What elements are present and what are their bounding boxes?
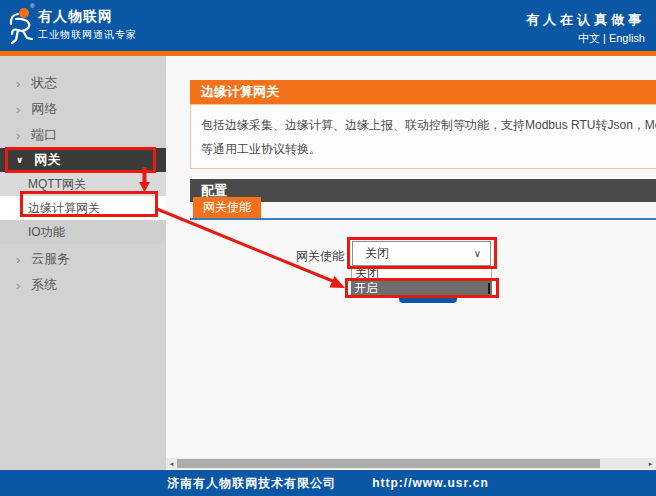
sidebar-subitem-io-function[interactable]: IO功能 xyxy=(0,220,166,244)
sidebar-item-label: 端口 xyxy=(31,126,57,144)
sidebar-subitem-mqtt-gateway[interactable]: MQTT网关 xyxy=(0,172,166,196)
sidebar-item-label: 网络 xyxy=(31,100,57,118)
registered-mark: ® xyxy=(30,3,34,9)
footer: 济南有人物联网技术有限公司 http://www.usr.cn xyxy=(0,470,656,496)
logo-title: 有人物联网 xyxy=(38,8,113,26)
sidebar-item-label: 系统 xyxy=(31,276,57,294)
page-title: 边缘计算网关 xyxy=(190,80,656,104)
sidebar-subitem-label: 边缘计算网关 xyxy=(28,200,100,217)
sidebar-item-label: 云服务 xyxy=(31,250,70,268)
chevron-down-icon: ∨ xyxy=(474,242,481,265)
sidebar-item-system[interactable]: › 系统 xyxy=(0,272,166,298)
chevron-right-icon: › xyxy=(16,253,20,266)
language-switch[interactable]: 中文 | English xyxy=(578,31,645,46)
chevron-right-icon: › xyxy=(16,103,20,116)
chevron-right-icon: › xyxy=(16,129,20,142)
footer-company: 济南有人物联网技术有限公司 xyxy=(167,475,336,492)
tab-gateway-enable[interactable]: 网关使能 xyxy=(193,197,261,218)
scroll-left-icon[interactable]: ◂ xyxy=(166,458,177,469)
usr-logo-icon xyxy=(7,5,37,47)
description-box: 包括边缘采集、边缘计算、边缘上报、联动控制等功能，支持Modbus RTU转Js… xyxy=(190,104,656,169)
tab-underline xyxy=(190,218,656,220)
sidebar-item-label: 网关 xyxy=(34,151,60,169)
sidebar-item-status[interactable]: › 状态 xyxy=(0,70,166,96)
sidebar-item-label: 状态 xyxy=(31,74,57,92)
scrollbar-thumb[interactable] xyxy=(177,459,600,468)
horizontal-scrollbar[interactable]: ◂ ▸ xyxy=(166,458,656,469)
scroll-right-icon[interactable]: ▸ xyxy=(645,458,656,469)
chevron-down-icon: ∨ xyxy=(16,156,23,165)
chevron-right-icon: › xyxy=(16,279,20,292)
header: ® 有人物联网 工业物联网通讯专家 有人在认真做事 中文 | English xyxy=(0,0,656,51)
footer-link[interactable]: http://www.usr.cn xyxy=(372,476,489,490)
sidebar-item-port[interactable]: › 端口 xyxy=(0,122,166,148)
gateway-enable-select[interactable]: 关闭 ∨ xyxy=(352,241,491,266)
option-open-label: 开启 xyxy=(354,281,378,295)
description-line-1: 包括边缘采集、边缘计算、边缘上报、联动控制等功能，支持Modbus RTU转Js… xyxy=(201,113,656,137)
chevron-right-icon: › xyxy=(16,77,20,90)
sidebar-subitem-edge-gateway[interactable]: 边缘计算网关 xyxy=(0,196,166,220)
sidebar-item-cloud-service[interactable]: › 云服务 xyxy=(0,246,166,272)
description-line-2: 等通用工业协议转换。 xyxy=(201,137,656,161)
sidebar-subitem-label: MQTT网关 xyxy=(28,176,86,193)
page: ® 有人物联网 工业物联网通讯专家 有人在认真做事 中文 | English ›… xyxy=(0,0,656,496)
sidebar-item-gateway[interactable]: ∨ 网关 xyxy=(0,148,166,172)
sidebar-item-network[interactable]: › 网络 xyxy=(0,96,166,122)
header-slogan: 有人在认真做事 xyxy=(526,11,645,29)
option-close[interactable]: 关闭 xyxy=(351,266,492,281)
sidebar-subitem-label: IO功能 xyxy=(28,224,65,241)
gateway-enable-label: 网关使能 xyxy=(266,248,344,265)
gateway-enable-dropdown: 关闭 开启 xyxy=(351,266,492,296)
select-value: 关闭 xyxy=(365,246,389,260)
option-open[interactable]: 开启 xyxy=(351,281,492,296)
main-content: 边缘计算网关 包括边缘采集、边缘计算、边缘上报、联动控制等功能，支持Modbus… xyxy=(166,56,656,470)
sidebar: › 状态 › 网络 › 端口 ∨ 网关 MQTT网关 边缘计算网关 IO功能 ›… xyxy=(0,56,166,470)
dropdown-scrollbar xyxy=(488,283,490,294)
logo-subtitle: 工业物联网通讯专家 xyxy=(38,28,137,42)
